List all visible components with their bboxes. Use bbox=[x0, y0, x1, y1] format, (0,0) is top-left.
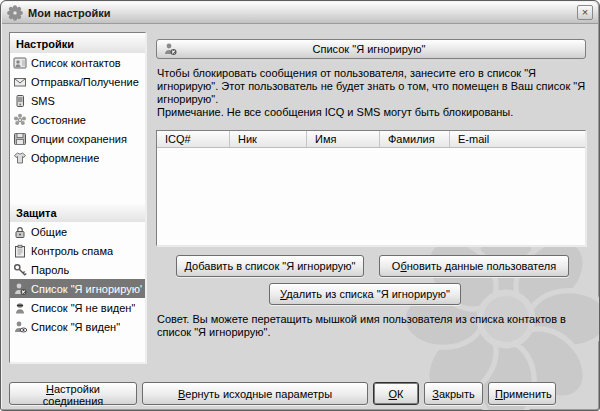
window-title: Мои настройки bbox=[28, 7, 110, 19]
section-header-protection: Защита bbox=[10, 204, 145, 222]
sidebar-item-spam-control[interactable]: Контроль спама bbox=[10, 241, 145, 260]
sidebar-item-label: Общие bbox=[31, 226, 67, 238]
sidebar-item-visible-list[interactable]: Список "Я виден" bbox=[10, 317, 145, 336]
button-accel: Д bbox=[185, 260, 193, 272]
sidebar-item-label: Контроль спама bbox=[31, 245, 113, 257]
sidebar-item-label: Пароль bbox=[31, 264, 69, 276]
button-label: далить из списка "Я игнорирую" bbox=[286, 288, 450, 300]
connection-settings-button[interactable]: Настройки соединения bbox=[9, 382, 137, 405]
description-text: Чтобы блокировать сообщения от пользоват… bbox=[157, 67, 591, 119]
button-label: ернуть исходные параметры bbox=[185, 388, 332, 400]
appearance-icon bbox=[13, 151, 27, 165]
titlebar[interactable]: Мои настройки × bbox=[2, 2, 598, 24]
ignore-list-icon bbox=[13, 282, 27, 296]
add-to-ignore-button[interactable]: Добавить в список "Я игнорирую" bbox=[176, 255, 364, 277]
save-options-icon bbox=[13, 132, 27, 146]
settings-dialog: Мои настройки × Настройки Список контакт… bbox=[0, 0, 600, 411]
sidebar-item-contact-list[interactable]: Список контактов bbox=[10, 53, 145, 72]
button-label: рименить bbox=[503, 388, 552, 400]
section-header-settings: Настройки bbox=[10, 35, 145, 53]
restore-defaults-button[interactable]: Вернуть исходные параметры bbox=[142, 382, 368, 405]
visible-list-icon bbox=[13, 320, 27, 334]
column-header-icq[interactable]: ICQ# bbox=[157, 131, 230, 147]
sidebar-item-label: Состояние bbox=[31, 114, 86, 126]
button-label: новить данные пользователя bbox=[407, 260, 556, 272]
ok-button[interactable]: ОК bbox=[373, 382, 419, 405]
column-header-firstname[interactable]: Имя bbox=[307, 131, 380, 147]
status-icon bbox=[13, 113, 27, 127]
close-icon[interactable]: × bbox=[577, 5, 593, 20]
contacts-icon bbox=[13, 56, 27, 70]
ignore-list-icon bbox=[163, 42, 177, 56]
sidebar-item-general[interactable]: Общие bbox=[10, 222, 145, 241]
settings-nav-list: Настройки Список контактов Отправка/Полу… bbox=[9, 32, 146, 363]
button-accel: П bbox=[495, 388, 503, 400]
button-accel: З bbox=[432, 388, 439, 400]
delete-from-ignore-button[interactable]: Удалить из списка "Я игнорирую" bbox=[269, 283, 461, 305]
sidebar-item-label: Опции сохранения bbox=[31, 133, 127, 145]
tip-text: Совет. Вы можете перетащить мышкой имя п… bbox=[157, 313, 587, 339]
button-accel: О bbox=[389, 388, 398, 400]
button-label: К bbox=[397, 388, 403, 400]
table-header-row: ICQ# Ник Имя Фамилия E-mail bbox=[157, 131, 585, 148]
sidebar-item-status[interactable]: Состояние bbox=[10, 110, 145, 129]
sidebar-item-sms[interactable]: SMS bbox=[10, 91, 145, 110]
table-body-empty[interactable] bbox=[157, 148, 585, 245]
sidebar-item-label: Список "Я игнорирую" bbox=[31, 283, 142, 295]
page-header: Список "Я игнорирую" bbox=[156, 39, 586, 59]
sidebar-item-label: Список контактов bbox=[31, 57, 121, 69]
lock-icon bbox=[13, 225, 27, 239]
column-header-lastname[interactable]: Фамилия bbox=[380, 131, 450, 147]
sidebar-item-send-receive[interactable]: Отправка/Получение bbox=[10, 72, 145, 91]
update-user-data-button[interactable]: Обновить данные пользователя bbox=[379, 255, 569, 277]
sidebar-item-appearance[interactable]: Оформление bbox=[10, 148, 145, 167]
apply-button[interactable]: Применить bbox=[488, 382, 556, 405]
spam-control-icon bbox=[13, 244, 27, 258]
sidebar-item-label: Отправка/Получение bbox=[31, 76, 139, 88]
sidebar-item-password[interactable]: Пароль bbox=[10, 260, 145, 279]
ignore-list-table: ICQ# Ник Имя Фамилия E-mail bbox=[156, 130, 586, 246]
page-title: Список "Я игнорирую" bbox=[177, 43, 561, 55]
button-label: акрыть bbox=[439, 388, 475, 400]
button-accel: Н bbox=[46, 383, 54, 395]
close-glyph: × bbox=[582, 7, 588, 18]
icq-flower-icon bbox=[7, 5, 23, 21]
sidebar-item-label: Список "Я виден" bbox=[31, 321, 120, 333]
close-button[interactable]: Закрыть bbox=[424, 382, 483, 405]
sms-icon bbox=[13, 94, 27, 108]
button-label: обавить в список "Я игнорирую" bbox=[192, 260, 355, 272]
column-header-email[interactable]: E-mail bbox=[450, 131, 585, 147]
sidebar-item-save-options[interactable]: Опции сохранения bbox=[10, 129, 145, 148]
column-header-nick[interactable]: Ник bbox=[230, 131, 307, 147]
sidebar-item-label: Список "Я не виден" bbox=[31, 302, 135, 314]
sidebar-item-invisible-list[interactable]: Список "Я не виден" bbox=[10, 298, 145, 317]
sidebar-item-ignore-list[interactable]: Список "Я игнорирую" bbox=[10, 279, 145, 298]
invisible-list-icon bbox=[13, 301, 27, 315]
password-key-icon bbox=[13, 263, 27, 277]
sidebar-item-label: SMS bbox=[31, 95, 55, 107]
send-receive-icon bbox=[13, 75, 27, 89]
sidebar-item-label: Оформление bbox=[31, 152, 99, 164]
